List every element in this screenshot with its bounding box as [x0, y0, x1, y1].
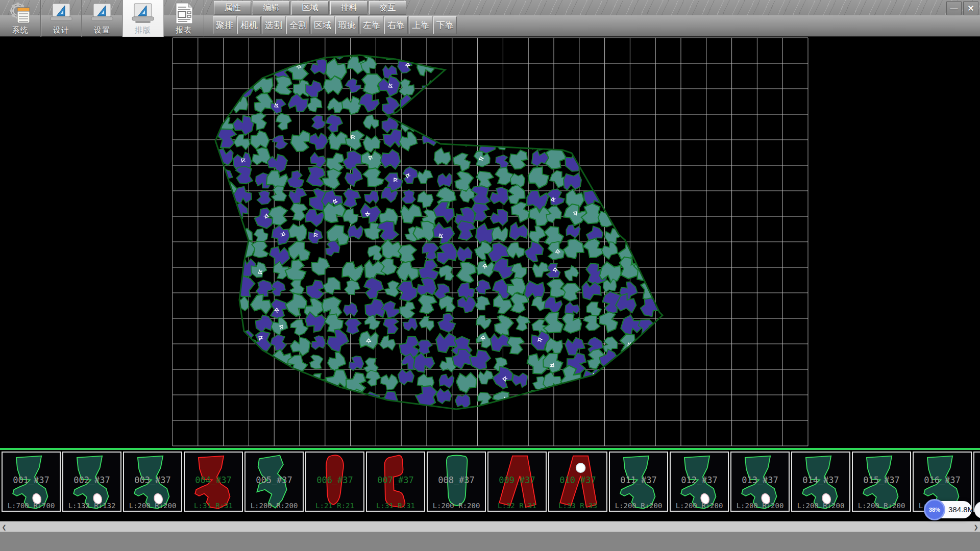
piece-name: 002_#37	[63, 475, 120, 485]
piece-thumbnail-15[interactable]: 015_#37 L:200 R:200	[852, 452, 911, 512]
piece-count-info: L:132 R:132	[63, 502, 120, 510]
piece-count-info: L:700 R:700	[3, 502, 60, 510]
piece-count-info: L:200 R:200	[853, 502, 910, 510]
tool-button-3[interactable]: 选割	[262, 16, 285, 34]
canvas-svg	[0, 37, 980, 448]
nav-label: 设计	[53, 26, 69, 35]
nav-button-report[interactable]: 报表	[163, 0, 204, 37]
piece-hole	[576, 463, 585, 472]
piece-thumbnail-4[interactable]: 004_#37 L:31 R:31	[184, 452, 243, 512]
piece-name: 012_#37	[671, 475, 728, 485]
piece-count-info: L:31 R:31	[185, 502, 242, 510]
menu-tab-5[interactable]: 交互	[369, 1, 406, 15]
status-bar	[0, 532, 980, 551]
scroll-left-arrow[interactable]: ❮	[0, 522, 8, 532]
piece-count-info: L:200 R:200	[124, 502, 181, 510]
piece-thumbnail-11[interactable]: 011_#37 L:200 R:200	[609, 452, 668, 512]
nav-label: 系统	[12, 26, 29, 35]
piece-name: 016_#37	[914, 475, 971, 485]
piece-count-info: L:200 R:200	[246, 502, 303, 510]
report-icon	[176, 3, 192, 23]
scroll-right-arrow[interactable]: ❯	[972, 522, 980, 532]
piece-thumbnail-13[interactable]: 013_#37 L:200 R:200	[730, 452, 790, 512]
nav-label: 排版	[135, 26, 151, 35]
piece-name: 003_#37	[124, 475, 181, 485]
menu-tab-1[interactable]: 属性	[214, 1, 251, 15]
main-nav-buttons: 系统 设计 设置 排版	[0, 0, 204, 37]
gear-icon	[9, 2, 32, 25]
menu-row-1: 属性编辑区域排料交互	[214, 1, 406, 15]
piece-thumbnail-8[interactable]: 008_#37 L:200 R:200	[427, 452, 486, 512]
piece-name: 013_#37	[731, 475, 789, 485]
piece-thumbnail-9[interactable]: 009_#37 L:32 R:31	[487, 452, 547, 512]
piece-thumbnail-3[interactable]: 003_#37 L:200 R:200	[123, 452, 182, 512]
design-ruler-icon	[51, 4, 72, 23]
ruler-icon	[50, 2, 73, 25]
piece-name: 008_#37	[428, 475, 485, 485]
piece-name: 005_#37	[246, 475, 303, 485]
piece-count-info: L:31 R:31	[367, 502, 424, 510]
piece-name: 007_#37	[367, 475, 424, 485]
tool-button-7[interactable]: 左靠	[360, 16, 383, 34]
piece-thumbnail-14[interactable]: 014_#37 L:200 R:200	[791, 452, 850, 512]
design-ruler-icon	[132, 4, 154, 23]
nav-label: 报表	[176, 26, 192, 35]
piece-count-info: L:200 R:200	[671, 502, 728, 510]
tool-button-5[interactable]: 区域	[311, 16, 334, 34]
nav-button-nesting[interactable]: 排版	[122, 0, 163, 37]
nav-button-design[interactable]: 设计	[41, 0, 82, 37]
report-icon	[172, 2, 195, 25]
nav-button-system[interactable]: 系统	[0, 0, 41, 37]
piece-name: 006_#37	[306, 475, 363, 485]
piece-name: 009_#37	[488, 475, 546, 485]
piece-name: 011_#37	[610, 475, 667, 485]
piece-thumbnail-7[interactable]: 007_#37 L:31 R:31	[366, 452, 425, 512]
horizontal-scrollbar[interactable]: ❮ ❯	[0, 521, 980, 532]
piece-count-info: L:32 R:31	[488, 502, 546, 510]
progress-badge[interactable]: 38% 384.8M	[925, 501, 972, 518]
piece-name: 010_#37	[549, 475, 606, 485]
piece-name: 015_#37	[853, 475, 910, 485]
nav-button-settings[interactable]: 设置	[82, 0, 122, 37]
piece-count-info: L:200 R:200	[610, 502, 667, 510]
piece-name: 017_#37	[974, 475, 980, 485]
ruler-icon	[131, 2, 155, 25]
tool-button-6[interactable]: 瑕疵	[335, 16, 359, 34]
tool-button-4[interactable]: 全割	[286, 16, 310, 34]
piece-thumbnail-2[interactable]: 002_#37 L:132 R:132	[62, 452, 121, 512]
design-ruler-icon	[91, 4, 113, 23]
progress-size-label: 384.8M	[948, 505, 974, 514]
tool-button-8[interactable]: 右靠	[384, 16, 408, 34]
progress-percent-circle: 38%	[924, 499, 945, 520]
piece-count-info: L:21 R:21	[306, 502, 363, 510]
nesting-canvas[interactable]	[0, 37, 980, 448]
piece-thumbnail-10[interactable]: 010_#37 L:33 R:33	[548, 452, 607, 512]
menu-tab-2[interactable]: 编辑	[253, 1, 290, 15]
piece-count-info: L:200 R:200	[428, 502, 485, 510]
piece-thumbnail-6[interactable]: 006_#37 L:21 R:21	[305, 452, 364, 512]
minimize-button[interactable]: —	[946, 1, 962, 15]
toolbar: 系统 设计 设置 排版	[0, 0, 980, 37]
window-controls: — ✕	[946, 1, 978, 15]
piece-thumbnail-strip: 001_#37 L:700 R:700 002_#37 L:132 R:132 …	[0, 450, 980, 512]
tool-button-2[interactable]: 相机	[237, 16, 261, 34]
menu-tab-4[interactable]: 排料	[330, 1, 368, 15]
tool-button-10[interactable]: 下靠	[433, 16, 457, 34]
tool-button-9[interactable]: 上靠	[409, 16, 432, 34]
piece-name: 001_#37	[3, 475, 60, 485]
piece-thumbnail-1[interactable]: 001_#37 L:700 R:700	[2, 452, 61, 512]
nav-label: 设置	[94, 26, 110, 35]
nesting-app-window: 系统 设计 设置 排版	[0, 0, 980, 551]
piece-name: 014_#37	[792, 475, 849, 485]
panel-divider-line	[0, 448, 980, 450]
menu-row-2: 聚排相机选割全割区域瑕疵左靠右靠上靠下靠	[213, 16, 457, 34]
piece-thumbnail-12[interactable]: 012_#37 L:200 R:200	[670, 452, 729, 512]
piece-name: 004_#37	[185, 475, 242, 485]
piece-count-info: L:200 R:200	[731, 502, 789, 510]
tool-button-1[interactable]: 聚排	[213, 16, 236, 34]
menu-tab-3[interactable]: 区域	[291, 1, 329, 15]
piece-thumbnail-5[interactable]: 005_#37 L:200 R:200	[244, 452, 304, 512]
ruler-icon	[90, 2, 114, 25]
piece-count-info: L:200 R:200	[792, 502, 849, 510]
close-button[interactable]: ✕	[963, 1, 978, 15]
